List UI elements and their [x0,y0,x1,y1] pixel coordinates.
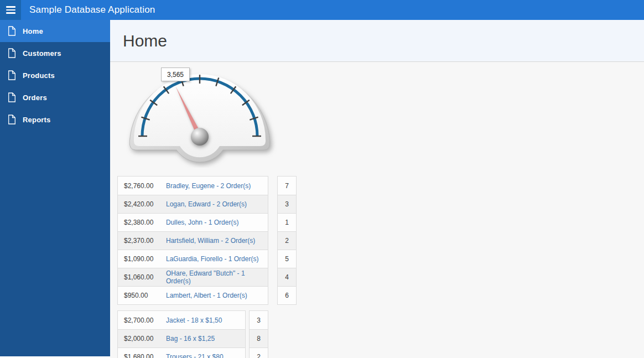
count-cell: 7 [278,177,296,195]
customer-order-link[interactable]: OHare, Edward "Butch" - 1 Order(s) [159,269,268,285]
amount-cell: $950.00 [118,292,159,299]
table-row: $2,380.00Dulles, John - 1 Order(s) [118,213,268,231]
document-icon [8,26,16,36]
document-icon [8,92,16,102]
sidebar-item-home[interactable]: Home [0,20,110,42]
amount-cell: $2,370.00 [118,237,159,245]
amount-cell: $1,090.00 [118,255,159,263]
gauge-hub [191,128,209,146]
count-column: 7312546 [277,176,297,305]
table-row: $2,760.00Bradley, Eugene - 2 Order(s) [118,177,268,195]
count-cell: 2 [250,347,268,358]
sidebar-item-label: Customers [23,49,61,58]
count-cell: 3 [278,195,296,213]
table-row: $1,060.00OHare, Edward "Butch" - 1 Order… [118,268,268,286]
product-link[interactable]: Jacket - 18 x $1,50 [159,317,245,324]
customer-order-link[interactable]: Logan, Edward - 2 Order(s) [159,200,268,208]
app-title: Sample Database Application [29,4,155,15]
count-column: 382 [249,310,268,358]
hamburger-icon [6,6,15,13]
count-cell: 2 [278,231,296,250]
sidebar-item-label: Home [23,27,43,35]
customer-order-link[interactable]: LaGuardia, Fiorello - 1 Order(s) [159,255,268,263]
count-cell: 8 [250,329,268,347]
menu-button[interactable] [0,0,21,20]
data-table: $2,700.00Jacket - 18 x $1,50$2,000.00Bag… [117,310,246,358]
sidebar-item-label: Products [23,71,55,80]
data-table: $2,760.00Bradley, Eugene - 2 Order(s)$2,… [117,176,268,305]
count-cell: 1 [278,213,296,231]
customer-order-link[interactable]: Hartsfield, William - 2 Order(s) [159,237,268,245]
table-row: $2,370.00Hartsfield, William - 2 Order(s… [118,231,268,250]
amount-cell: $2,420.00 [118,200,159,208]
page-title: Home [123,32,167,50]
amount-cell: $2,760.00 [118,182,159,190]
sidebar-item-products[interactable]: Products [0,64,110,86]
sidebar-item-orders[interactable]: Orders [0,86,110,108]
document-icon [8,70,16,80]
table-row: $1,680.00Trousers - 21 x $80 [118,347,245,358]
amount-cell: $1,680.00 [118,353,159,358]
top-customers-widget: $2,760.00Bradley, Eugene - 2 Order(s)$2,… [117,176,297,305]
app-header: Sample Database Application [0,0,644,20]
main-area: Home 3,565 [110,20,644,358]
amount-cell: $1,060.00 [118,273,159,281]
sidebar: HomeCustomersProductsOrdersReports [0,20,110,356]
amount-cell: $2,700.00 [118,317,159,324]
count-cell: 6 [278,286,296,304]
sidebar-item-customers[interactable]: Customers [0,42,110,64]
amount-cell: $2,380.00 [118,219,159,226]
count-cell: 3 [250,311,268,329]
table-row: $2,700.00Jacket - 18 x $1,50 [118,311,245,329]
document-icon [8,48,16,58]
product-link[interactable]: Trousers - 21 x $80 [159,353,245,358]
count-cell: 4 [278,268,296,286]
table-row: $1,090.00LaGuardia, Fiorello - 1 Order(s… [118,250,268,268]
dashboard-content: 3,565 [110,62,644,357]
customer-order-link[interactable]: Bradley, Eugene - 2 Order(s) [159,182,268,190]
page-title-band: Home [110,20,644,62]
product-link[interactable]: Bag - 16 x $1,25 [159,335,245,343]
table-row: $2,000.00Bag - 16 x $1,25 [118,329,245,347]
sales-gauge: 3,565 [124,65,279,168]
customer-order-link[interactable]: Lambert, Albert - 1 Order(s) [159,292,268,299]
count-cell: 5 [278,250,296,268]
customer-order-link[interactable]: Dulles, John - 1 Order(s) [159,219,268,226]
amount-cell: $2,000.00 [118,335,159,343]
gauge-chart [124,65,279,168]
sidebar-item-label: Orders [23,94,47,102]
table-row: $950.00Lambert, Albert - 1 Order(s) [118,286,268,304]
document-icon [8,115,16,124]
sidebar-item-reports[interactable]: Reports [0,108,110,131]
top-products-widget: $2,700.00Jacket - 18 x $1,50$2,000.00Bag… [117,310,268,358]
sidebar-item-label: Reports [23,116,51,124]
gauge-value-label: 3,565 [161,68,190,81]
table-row: $2,420.00Logan, Edward - 2 Order(s) [118,195,268,213]
